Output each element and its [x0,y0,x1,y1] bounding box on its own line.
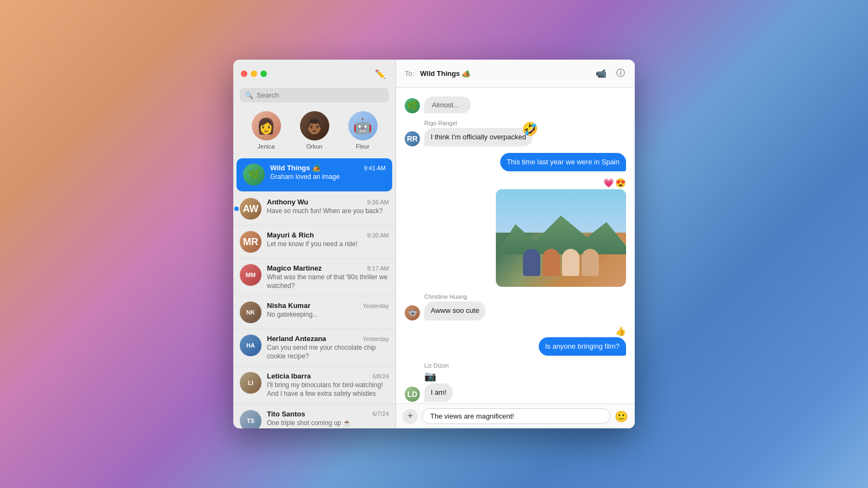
unread-indicator [234,207,239,211]
search-bar: 🔍 [233,88,395,108]
add-attachment-button[interactable]: + [403,409,418,424]
fullscreen-button[interactable] [260,70,267,77]
liz-msg-wrapper: LD 📷 I am! [405,370,453,402]
avatar-magico: MM [240,264,261,286]
search-wrapper[interactable]: 🔍 [240,88,389,102]
plus-icon: + [407,410,413,422]
conv-name-leticia: Leticia Ibarra [267,372,311,380]
conversation-list: 🌿 Wild Things 🏕️ 9:41 AM Graham loved an… [233,157,395,428]
avatar-nisha: NK [240,301,261,323]
conversation-anthony-wu[interactable]: AW Anthony Wu 9:36 AM Have so much fun! … [233,192,395,226]
info-button[interactable]: ⓘ [615,67,626,80]
conv-preview-wild-things: Graham loved an image [270,173,386,182]
conv-name-wild-things: Wild Things 🏕️ [270,164,321,172]
conversation-wild-things[interactable]: 🌿 Wild Things 🏕️ 9:41 AM Graham loved an… [237,158,392,191]
traffic-lights [241,70,267,77]
conv-header-wild-things: Wild Things 🏕️ 9:41 AM [270,164,386,172]
avatar-christine: 🐨 [405,305,420,320]
conv-content-magico: Magico Martinez 8:17 AM What was the nam… [267,264,389,290]
conversation-magico[interactable]: MM Magico Martinez 8:17 AM What was the … [233,259,395,296]
search-icon: 🔍 [245,92,253,99]
pinned-contact-fleur[interactable]: 🤖 Fleur [348,111,378,150]
conversation-mayuri-rich[interactable]: MR Mayuri & Rich 9:30 AM Let me know if … [233,226,395,259]
message-typing: 🌿 Almost... · [405,97,626,113]
bubble-film: Is anyone bringing film? [539,337,626,356]
spain-photo [496,189,626,287]
conversation-herland[interactable]: HA Herland Antezana Yesterday Can you se… [233,329,395,367]
conv-header-nisha: Nisha Kumar Yesterday [267,301,389,310]
conv-header-anthony: Anthony Wu 9:36 AM [267,198,389,206]
avatar-orkun: 👨🏾 [300,111,329,140]
typing-bubble: Almost... · [424,97,471,113]
avatar-wild-things: 🌿 [243,164,265,185]
conversation-leticia[interactable]: LI Leticia Ibarra 6/8/24 I'll bring my b… [233,367,395,404]
recipient-name: Wild Things 🏕️ [420,69,470,78]
pinned-contact-orkun[interactable]: 👨🏾 Orkun [300,111,329,150]
video-call-button[interactable]: 📹 [595,67,608,80]
conv-header-leticia: Leticia Ibarra 6/8/24 [267,372,389,380]
video-icon: 📹 [596,69,607,78]
avatar-rigo: RR [405,131,420,146]
person-2 [542,249,560,276]
minimize-button[interactable] [251,70,257,77]
conv-preview-nisha: No gatekeeping... [267,311,389,319]
sender-name-liz: Liz Dizon [424,362,449,369]
sender-name-rigo: Rigo Rangel [424,120,457,126]
conv-time-leticia: 6/8/24 [372,373,389,380]
message-input[interactable] [422,408,610,424]
pinned-contact-jenica[interactable]: 👩 Jenica [252,111,281,150]
conv-preview-mayuri: Let me know if you need a ride! [267,240,389,249]
message-liz: Liz Dizon LD 📷 I am! [405,362,626,402]
conv-header-magico: Magico Martinez 8:17 AM [267,264,389,272]
conv-content-nisha: Nisha Kumar Yesterday No gatekeeping... [267,301,389,319]
messages-window: ✏️ 🔍 👩 Jenica 👨🏾 Orkun 🤖 Fleur [233,60,635,428]
pinned-contacts: 👩 Jenica 👨🏾 Orkun 🤖 Fleur [233,108,395,157]
conversation-nisha[interactable]: NK Nisha Kumar Yesterday No gatekeeping.… [233,296,395,329]
conv-time-anthony: 9:36 AM [367,199,389,206]
conversation-tito[interactable]: TS Tito Santos 6/7/24 One triple shot co… [233,404,395,428]
conv-content-tito: Tito Santos 6/7/24 One triple shot comin… [267,410,389,428]
avatar-group-typing: 🌿 [405,98,420,113]
conv-preview-herland: Can you send me your chocolate chip cook… [267,344,389,361]
conv-time-tito: 6/7/24 [372,410,389,417]
pinned-name-orkun: Orkun [307,143,323,150]
emoji-icon: 🙂 [615,410,628,422]
tapback-thumbsup: 👍 [615,326,626,336]
conv-time-magico: 8:17 AM [367,265,389,272]
search-input[interactable] [257,91,384,99]
conv-name-anthony: Anthony Wu [267,198,308,206]
close-button[interactable] [241,70,247,77]
conv-content-mayuri: Mayuri & Rich 9:30 AM Let me know if you… [267,231,389,249]
conv-time-mayuri: 9:30 AM [367,232,389,239]
conv-content-wild-things: Wild Things 🏕️ 9:41 AM Graham loved an i… [270,164,386,182]
conv-name-mayuri: Mayuri & Rich [267,231,314,239]
conv-time-herland: Yesterday [362,336,389,342]
conv-time-wild-things: 9:41 AM [364,165,386,171]
conv-time-nisha: Yesterday [362,303,389,309]
photo-bubble [496,189,626,287]
to-label: To: [405,69,414,78]
chat-actions: 📹 ⓘ [595,67,626,80]
person-1 [523,249,540,276]
tapback-area: 👍 [615,327,626,337]
conv-name-magico: Magico Martinez [267,264,322,272]
conv-header-tito: Tito Santos 6/7/24 [267,410,389,418]
reaction-heart: 💗 [603,178,614,188]
message-spain: This time last year we were in Spain [405,153,626,171]
conv-name-herland: Herland Antezana [267,335,326,343]
compose-button[interactable]: ✏️ [373,67,388,81]
message-photo: 💗 😍 [405,178,626,287]
avatar-herland: HA [240,335,261,356]
avatar-anthony: AW [240,198,261,220]
chat-panel: To: Wild Things 🏕️ 📹 ⓘ 🌿 Almost... · [396,60,635,428]
reaction-eyes: 😍 [615,178,626,188]
conv-content-leticia: Leticia Ibarra 6/8/24 I'll bring my bino… [267,372,389,398]
conv-content-herland: Herland Antezana Yesterday Can you send … [267,335,389,361]
bubble-christine: Awww soo cute [424,301,486,320]
messages-area: 🌿 Almost... · Rigo Rangel RR I think I'm… [396,88,635,403]
avatar-jenica: 👩 [252,111,281,140]
pinned-name-fleur: Fleur [356,143,369,150]
person-3 [562,249,579,276]
emoji-picker-button[interactable]: 🙂 [615,410,628,423]
avatar-tito: TS [240,410,261,428]
